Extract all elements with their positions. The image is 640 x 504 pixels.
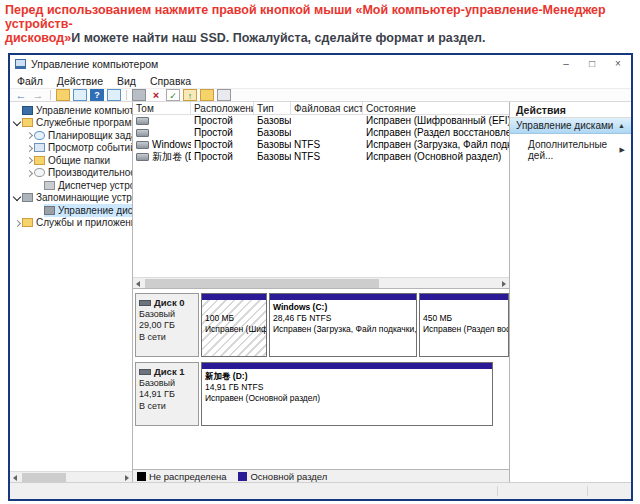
tree-item-computer-management[interactable]: Управление компьютером (л [10, 104, 132, 117]
volume-row[interactable]: 新加卷 (D:) Простой Базовый NTFS Исправен (… [133, 151, 509, 163]
show-hide-action-pane-icon[interactable] [107, 89, 121, 101]
volume-location: Простой [191, 115, 254, 127]
window-title: Управление компьютером [31, 58, 158, 70]
properties-icon[interactable] [217, 89, 231, 101]
volume-status: Исправен (Раздел восстановления) [363, 127, 509, 139]
legend-unallocated-label: Не распределена [149, 471, 226, 482]
volume-row[interactable]: Простой Базовый Исправен (Раздел восстан… [133, 127, 509, 139]
disk-kind: Базовый [139, 309, 195, 321]
volume-icon [136, 153, 149, 161]
volume-fs: NTFS [291, 139, 363, 151]
show-hide-tree-icon[interactable] [73, 89, 87, 101]
menu-help[interactable]: Справка [143, 75, 198, 87]
column-location[interactable]: Расположение [191, 102, 254, 114]
tree-item-task-scheduler[interactable]: Планировщик заданий [10, 129, 132, 142]
column-type[interactable]: Тип [254, 102, 291, 114]
partition-d[interactable]: 新加卷 (D:) 14,91 ГБ NTFS Исправен (Основно… [201, 362, 493, 426]
screenshot: Перед использованием нажмите правой кноп… [0, 0, 640, 504]
titlebar[interactable]: Управление компьютером – □ × [10, 55, 631, 73]
scroll-left-icon[interactable] [133, 278, 144, 289]
volume-type: Базовый [254, 151, 291, 163]
tree-item-label: Просмотр событий [48, 142, 132, 153]
partition-recovery[interactable]: 450 МБ Исправен (Раздел восс [419, 293, 509, 357]
minimize-button[interactable]: – [553, 55, 579, 73]
chevron-right-icon[interactable] [24, 130, 34, 140]
actions-pane: Действия Управление дисками ▲ Дополнител… [510, 102, 631, 482]
scroll-left-icon[interactable] [10, 472, 21, 483]
collapse-icon[interactable]: ▲ [618, 122, 625, 129]
delete-volume-icon[interactable]: × [149, 89, 163, 101]
chevron-right-icon[interactable] [24, 168, 34, 178]
chevron-down-icon[interactable] [12, 118, 22, 128]
computer-management-window: Управление компьютером – □ × Файл Действ… [8, 53, 633, 501]
partition-windows-c[interactable]: Windows (C:) 28,46 ГБ NTFS Исправен (Заг… [269, 293, 417, 357]
volume-status: Исправен (Основной раздел) [363, 151, 509, 163]
close-button[interactable]: × [605, 55, 631, 73]
tree-item-label: Службы и приложения [36, 217, 132, 228]
back-icon[interactable]: ← [14, 89, 28, 101]
partition-size: 450 МБ [423, 313, 505, 324]
note-dark-text: И можете найти наш SSD. Пожалуйста, сдел… [71, 31, 485, 45]
column-volume[interactable]: Том [133, 102, 191, 114]
tree-item-label: Служебные программы [36, 117, 132, 128]
volume-name: 新加卷 (D:) [152, 151, 191, 163]
forward-icon[interactable]: → [31, 89, 45, 101]
tree-item-system-tools[interactable]: Служебные программы [10, 117, 132, 130]
scroll-right-icon[interactable] [498, 278, 509, 289]
partition-size: 100 МБ [205, 313, 263, 324]
chevron-down-icon[interactable] [12, 193, 22, 203]
disk-status: В сети [139, 401, 195, 413]
shared-folders-icon [34, 156, 45, 165]
menu-file[interactable]: Файл [10, 75, 50, 87]
chevron-right-icon[interactable] [24, 155, 34, 165]
help-icon[interactable]: ? [90, 89, 104, 101]
console-tree-icon[interactable] [56, 89, 70, 101]
volume-list-header: Том Расположение Тип Файловая система Со… [133, 102, 509, 115]
convert-disk-icon[interactable]: ↑ [183, 89, 197, 101]
actions-more-item[interactable]: Дополнительные дей... ▶ [510, 134, 631, 161]
scrollbar-thumb[interactable] [22, 473, 66, 482]
chevron-right-icon[interactable] [12, 218, 22, 228]
tree-item-shared-folders[interactable]: Общие папки [10, 154, 132, 167]
tree-item-event-viewer[interactable]: Просмотр событий [10, 142, 132, 155]
volume-row[interactable]: Windows (C:) Простой Базовый NTFS Исправ… [133, 139, 509, 151]
tree-item-services-apps[interactable]: Службы и приложения [10, 217, 132, 230]
scrollbar-thumb[interactable] [145, 279, 379, 288]
tree-item-disk-management[interactable]: Управление дисками [10, 204, 132, 217]
task-scheduler-icon [34, 131, 45, 140]
disk-0-label[interactable]: Диск 0 Базовый 29,00 ГБ В сети [135, 293, 199, 357]
maximize-button[interactable]: □ [579, 55, 605, 73]
actions-group-disk-management[interactable]: Управление дисками ▲ [510, 118, 631, 134]
menubar: Файл Действие Вид Справка [10, 73, 631, 88]
disk-size: 29,00 ГБ [139, 320, 195, 332]
tree-spacer [34, 180, 44, 190]
partition-name: Windows (C:) [273, 302, 413, 313]
actions-more-label: Дополнительные дей... [528, 139, 620, 161]
tree-item-performance[interactable]: Производительность [10, 167, 132, 180]
disk-1-label[interactable]: Диск 1 Базовый 14,91 ГБ В сети [135, 362, 199, 426]
mark-active-icon[interactable]: ✓ [166, 89, 180, 101]
tree-item-device-manager[interactable]: Диспетчер устройств [10, 179, 132, 192]
volume-row[interactable]: Простой Базовый Исправен (Шифрованный (E… [133, 115, 509, 127]
scroll-right-icon[interactable] [121, 472, 132, 483]
tree-item-label: Запоминающие устройст [36, 192, 132, 203]
list-horizontal-scrollbar[interactable] [133, 277, 509, 288]
tree-item-label: Общие папки [48, 155, 110, 166]
tool-icon[interactable] [132, 89, 146, 101]
disk-management-pane: Том Расположение Тип Файловая система Со… [133, 102, 510, 482]
tree-horizontal-scrollbar[interactable] [10, 471, 132, 482]
column-filesystem[interactable]: Файловая система [291, 102, 363, 114]
device-manager-icon [44, 181, 55, 190]
tree-item-storage[interactable]: Запоминающие устройст [10, 192, 132, 205]
menu-action[interactable]: Действие [50, 75, 110, 87]
status-bar [10, 482, 631, 499]
partition-name [205, 302, 263, 313]
column-status[interactable]: Состояние [363, 102, 509, 114]
tree-spacer [12, 105, 22, 115]
chevron-right-icon[interactable] [24, 143, 34, 153]
partition-efi[interactable]: 100 МБ Исправен (Шифр [201, 293, 267, 357]
disk-name: Диск 1 [154, 366, 185, 378]
explore-icon[interactable] [200, 89, 214, 101]
menu-view[interactable]: Вид [110, 75, 143, 87]
partition-status: Исправен (Шифр [205, 324, 263, 335]
